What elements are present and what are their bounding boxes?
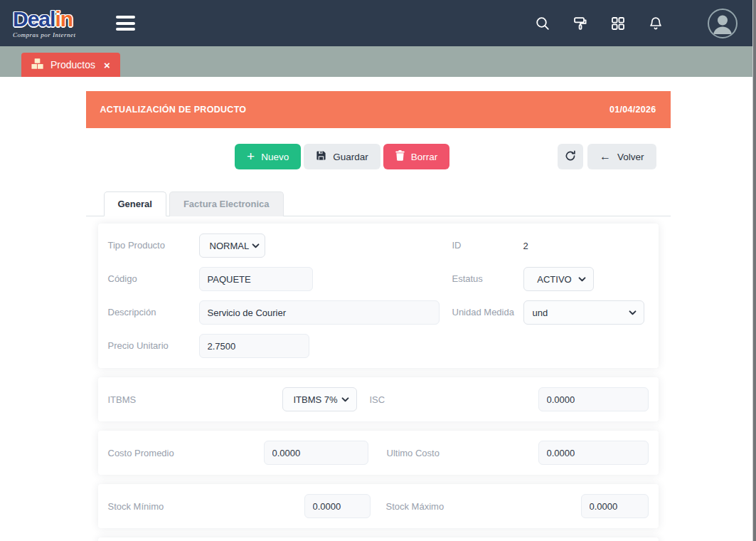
tab-productos-label: Productos: [50, 59, 95, 70]
stock-maximo-input[interactable]: [581, 494, 649, 518]
tipo-producto-select[interactable]: NORMAL: [199, 233, 265, 258]
stock-maximo-label: Stock Máximo: [386, 501, 581, 512]
id-label: ID: [452, 239, 523, 252]
footer-empty-card: [98, 537, 659, 541]
descripcion-label: Descripción: [108, 306, 199, 319]
volver-button[interactable]: ← Volver: [587, 144, 656, 169]
page-title: ACTUALIZACIÓN DE PRODUCTO: [100, 105, 247, 115]
save-floppy-icon: [316, 150, 326, 163]
paint-roller-icon[interactable]: [572, 15, 589, 32]
apps-grid-icon[interactable]: [609, 15, 627, 32]
close-icon[interactable]: ×: [104, 59, 110, 71]
itbms-card: ITBMS ITBMS 7% ISC: [98, 377, 659, 421]
search-icon[interactable]: [534, 15, 551, 32]
tab-productos[interactable]: Productos ×: [21, 53, 120, 77]
id-row: ID 2: [452, 233, 649, 258]
header-date: 01/04/2026: [609, 105, 656, 115]
estatus-select[interactable]: ACTIVO: [523, 267, 594, 291]
logo-wordmark: Dealin: [13, 9, 76, 30]
product-panel: ACTUALIZACIÓN DE PRODUCTO 01/04/2026 + N…: [86, 91, 671, 541]
general-right-column: ID 2 Estatus ACTIVO Unidad Medida: [452, 233, 649, 358]
unidad-medida-row: Unidad Medida und: [452, 300, 649, 325]
id-value: 2: [523, 241, 528, 251]
stock-minimo-input[interactable]: [304, 494, 371, 518]
navbar-actions: [534, 9, 738, 38]
guardar-button[interactable]: Guardar: [304, 144, 380, 169]
costo-promedio-input[interactable]: [264, 441, 368, 465]
costo-promedio-label: Costo Promedio: [108, 448, 264, 458]
descripcion-row: Descripción: [108, 300, 440, 325]
trash-icon: [395, 150, 405, 163]
toolbar: + Nuevo Guardar: [86, 128, 671, 187]
codigo-row: Código: [108, 267, 440, 291]
codigo-label: Código: [108, 273, 199, 285]
chevron-down-icon: [629, 310, 637, 315]
borrar-button[interactable]: Borrar: [383, 144, 450, 169]
open-tabs-strip: Productos ×: [0, 46, 756, 77]
itbms-label: ITBMS: [108, 394, 282, 405]
main-content: ACTUALIZACIÓN DE PRODUCTO 01/04/2026 + N…: [0, 77, 756, 541]
ultimo-costo-input[interactable]: [538, 441, 649, 465]
tab-general[interactable]: General: [104, 191, 166, 216]
precio-unitario-label: Precio Unitario: [108, 340, 199, 352]
menu-hamburger-icon[interactable]: [113, 10, 138, 37]
user-avatar[interactable]: [708, 9, 738, 38]
chevron-down-icon: [578, 277, 586, 282]
tipo-producto-label: Tipo Producto: [108, 239, 199, 252]
stock-card: Stock Mínimo Stock Máximo: [98, 484, 659, 528]
general-left-column: Tipo Producto NORMAL Código Descripción: [108, 233, 440, 358]
chevron-down-icon: [252, 243, 260, 248]
form-tabs: General Factura Electronica: [86, 191, 671, 216]
logo-tagline: Compras por Internet: [13, 32, 76, 38]
tab-factura-electronica[interactable]: Factura Electronica: [169, 191, 284, 216]
precio-unitario-input[interactable]: [199, 334, 309, 358]
top-navbar: Dealin Compras por Internet: [0, 0, 756, 46]
chevron-down-icon: [341, 397, 349, 402]
logo-text-deal: Deal: [13, 9, 55, 30]
itbms-select[interactable]: ITBMS 7%: [282, 387, 357, 411]
stock-minimo-label: Stock Mínimo: [108, 501, 304, 512]
unidad-medida-label: Unidad Medida: [452, 306, 523, 319]
descripcion-input[interactable]: [199, 300, 440, 325]
boxes-icon: [31, 58, 43, 72]
costos-card: Costo Promedio Ultimo Costo: [98, 431, 659, 475]
nuevo-button[interactable]: + Nuevo: [235, 144, 301, 169]
app-logo[interactable]: Dealin Compras por Internet: [13, 9, 76, 38]
isc-label: ISC: [370, 394, 538, 405]
logo-text-in: in: [55, 9, 73, 30]
estatus-label: Estatus: [452, 273, 523, 285]
refresh-button[interactable]: [558, 144, 583, 169]
arrow-left-icon: ←: [600, 151, 611, 162]
precio-unitario-row: Precio Unitario: [108, 334, 440, 358]
notifications-bell-icon[interactable]: [647, 15, 664, 32]
window-scrollbar[interactable]: [752, 0, 756, 541]
tipo-producto-row: Tipo Producto NORMAL: [108, 233, 440, 258]
refresh-icon: [565, 150, 576, 164]
ultimo-costo-label: Ultimo Costo: [387, 448, 538, 458]
unidad-medida-select[interactable]: und: [523, 300, 644, 325]
form-cards: Tipo Producto NORMAL Código Descripción: [86, 216, 671, 541]
panel-header: ACTUALIZACIÓN DE PRODUCTO 01/04/2026: [86, 91, 671, 128]
general-card: Tipo Producto NORMAL Código Descripción: [98, 224, 659, 368]
plus-icon: +: [247, 149, 255, 163]
estatus-row: Estatus ACTIVO: [452, 267, 649, 291]
isc-input[interactable]: [538, 387, 649, 411]
codigo-input[interactable]: [199, 267, 313, 291]
